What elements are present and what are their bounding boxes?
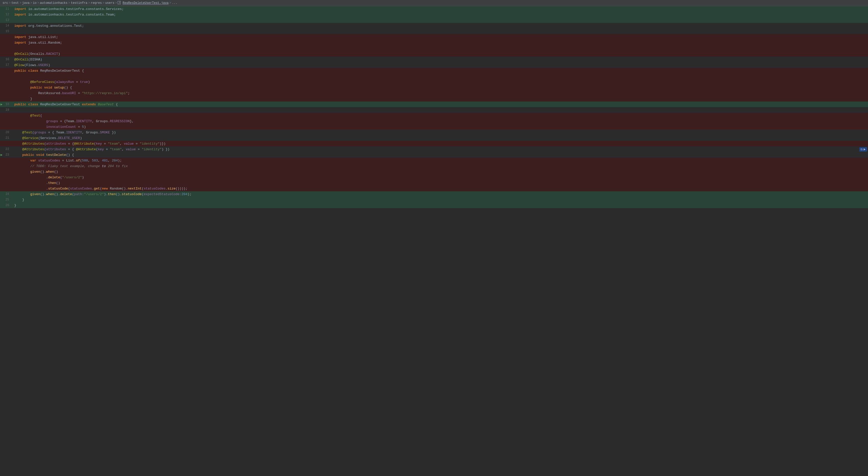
table-row: public void setup() { <box>0 85 868 90</box>
table-row <box>0 73 868 79</box>
code-line: } <box>12 96 859 101</box>
table-row: 15 <box>0 29 868 34</box>
line-num: 11 <box>0 6 12 12</box>
code-line: import io.automationhacks.testinfra.cons… <box>12 12 859 17</box>
line-num <box>0 68 12 73</box>
code-line: .then() <box>12 180 859 186</box>
code-line: // TODO: Flaky test example, change to 2… <box>12 163 859 169</box>
code-line: @Attributes(attributes = { @Attribute(ke… <box>12 147 859 152</box>
code-line: .delete("/users/2") <box>12 174 859 180</box>
copy-cell <box>859 17 868 23</box>
line-num <box>0 141 12 147</box>
code-line: groups = {Team.IDENTITY, Groups.REGRESSI… <box>12 118 859 124</box>
breadcrumb-testinfra[interactable]: testinfra <box>71 1 88 5</box>
code-line: RestAssured.baseURI = "https://reqres.in… <box>12 90 859 96</box>
line-num <box>0 180 12 186</box>
table-row: 14 import org.testng.annotations.Test; <box>0 23 868 29</box>
run-arrow-icon[interactable]: ▶ <box>1 102 3 106</box>
table-row: .then() <box>0 180 868 186</box>
table-row: 21 @Service(Services.DELETE_USER) <box>0 135 868 141</box>
table-row: 25 } <box>0 197 868 202</box>
table-row: 24 given().when().delete(path:"/users/2"… <box>0 191 868 197</box>
line-num <box>0 124 12 130</box>
copy-cell <box>859 45 868 51</box>
copy-cell <box>859 202 868 208</box>
copy-cell <box>859 12 868 17</box>
copy-cell <box>859 29 868 34</box>
copy-cell <box>859 186 868 191</box>
code-line: given().when() <box>12 169 859 174</box>
breadcrumb-reqres[interactable]: reqres <box>91 1 102 5</box>
breadcrumb-automationhacks[interactable]: automationhacks <box>40 1 67 5</box>
table-row: 16 @OnCall(DISHA) <box>0 57 868 62</box>
code-line: import io.automationhacks.testinfra.cons… <box>12 6 859 12</box>
code-line <box>12 29 859 34</box>
code-line: @Flow(Flows.USERS) <box>12 62 859 68</box>
copy-cell <box>859 118 868 124</box>
code-line: @Test(groups = { Team.IDENTITY, Groups.S… <box>12 130 859 135</box>
copy-cell <box>859 163 868 169</box>
line-num: 12 <box>0 12 12 17</box>
code-line: @OnCall(DISHA) <box>12 57 859 62</box>
code-line: } <box>12 202 859 208</box>
line-num: 24 <box>0 191 12 197</box>
code-line: public class ReqResDeleteUserTest extend… <box>12 101 859 107</box>
breadcrumb-io[interactable]: io <box>33 1 36 5</box>
line-num: 25 <box>0 197 12 202</box>
run-arrow-icon[interactable]: ▶ <box>1 153 3 157</box>
copy-cell <box>859 6 868 12</box>
breadcrumb-filename[interactable]: ReqResDeleteUserTest.java <box>123 1 169 5</box>
table-row: 26 } <box>0 202 868 208</box>
code-line: var statusCodes = List.of(500, 503, 401,… <box>12 158 859 163</box>
table-row: @OnCall(Oncalls.RACHIT) <box>0 51 868 57</box>
breadcrumb-test[interactable]: test <box>11 1 19 5</box>
code-line: import java.util.Random; <box>12 40 859 45</box>
line-num <box>0 51 12 57</box>
line-num <box>0 174 12 180</box>
code-line: import java.util.List; <box>12 34 859 40</box>
line-num <box>0 163 12 169</box>
table-row: .delete("/users/2") <box>0 174 868 180</box>
copy-cell <box>859 23 868 29</box>
table-row <box>0 45 868 51</box>
breadcrumb-bar: src>test>java>io>automationhacks>testinf… <box>0 0 868 6</box>
copy-button[interactable]: ⧉ ▶ <box>859 147 867 152</box>
code-line: public void testDelete() { <box>12 152 859 158</box>
line-num <box>0 90 12 96</box>
table-row: } <box>0 96 868 101</box>
line-num <box>0 113 12 118</box>
table-row: 19 <box>0 107 868 113</box>
table-row: var statusCodes = List.of(500, 503, 401,… <box>0 158 868 163</box>
table-row: @BeforeClass(alwaysRun = true) <box>0 79 868 85</box>
line-num: 20 <box>0 130 12 135</box>
table-row: @Attributes(attributes = {@Attribute(key… <box>0 141 868 147</box>
table-row: ▶18 public class ReqResDeleteUserTest ex… <box>0 101 868 107</box>
line-num <box>0 118 12 124</box>
code-line: import org.testng.annotations.Test; <box>12 23 859 29</box>
line-num: 16 <box>0 57 12 62</box>
copy-cell <box>859 169 868 174</box>
copy-icon-cell[interactable]: ⧉ ▶ <box>859 147 868 152</box>
copy-cell <box>859 197 868 202</box>
code-line: @Attributes(attributes = {@Attribute(key… <box>12 141 859 147</box>
table-row: import java.util.Random; <box>0 40 868 45</box>
copy-cell <box>859 62 868 68</box>
copy-cell <box>859 90 868 96</box>
copy-cell <box>859 174 868 180</box>
line-num: 21 <box>0 135 12 141</box>
line-num <box>0 73 12 79</box>
code-editor[interactable]: 11 import io.automationhacks.testinfra.c… <box>0 6 868 475</box>
line-num <box>0 40 12 45</box>
breadcrumb-java[interactable]: java <box>22 1 30 5</box>
line-num: ▶18 <box>0 101 12 107</box>
copy-cell <box>859 141 868 147</box>
table-row: invocationCount = 5) <box>0 124 868 130</box>
breadcrumb-src[interactable]: src <box>3 1 8 5</box>
table-row: import java.util.List; <box>0 34 868 40</box>
code-line: @Test( <box>12 113 859 118</box>
code-line: @OnCall(Oncalls.RACHIT) <box>12 51 859 57</box>
table-row: 12 import io.automationhacks.testinfra.c… <box>0 12 868 17</box>
copy-cell <box>859 152 868 158</box>
breadcrumb-users[interactable]: users <box>105 1 114 5</box>
line-num <box>0 79 12 85</box>
